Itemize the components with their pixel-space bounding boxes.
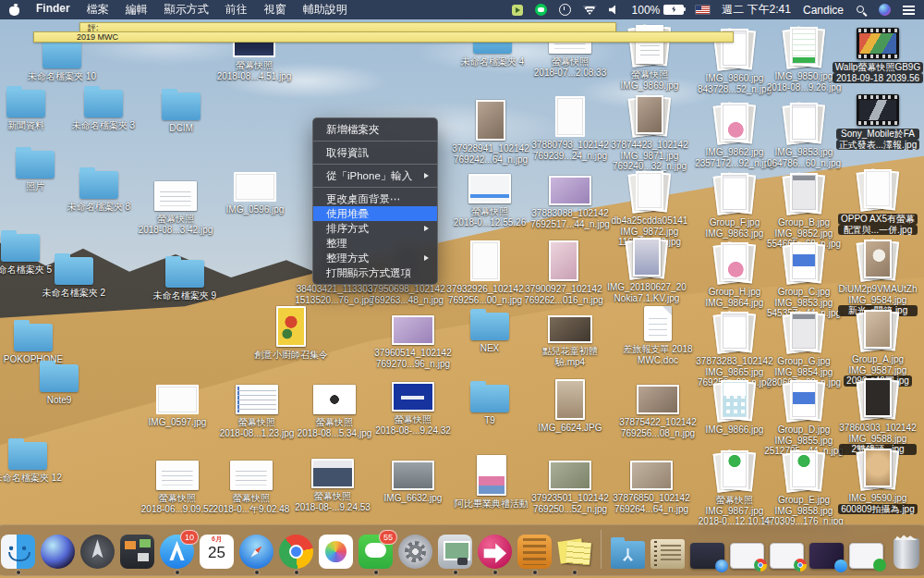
apple-menu-icon[interactable] [9, 4, 19, 16]
icon-label: 37880793_102142769239...24_n.jpg [531, 140, 608, 161]
dock-photos[interactable] [319, 535, 353, 569]
image-thumbnail [637, 385, 679, 414]
image-thumbnail [392, 382, 434, 412]
time-machine-icon[interactable] [559, 4, 571, 16]
icon-label-line: 37883088_102142 [530, 208, 610, 219]
notification-center-icon[interactable] [903, 6, 915, 15]
dock-safari[interactable] [239, 535, 274, 569]
desktop-icon-folder[interactable]: POKOPHONE [0, 324, 84, 365]
dock-utilities-folder[interactable] [611, 535, 645, 569]
stack-card [790, 103, 818, 141]
dock-system-preferences[interactable] [398, 535, 432, 569]
dock-launchpad[interactable] [80, 535, 115, 569]
context-menu-item[interactable]: 更改桌面背景⋯ [313, 191, 437, 206]
photo-stack-thumbnail [859, 448, 896, 490]
dock-minimized-window-safari[interactable] [690, 535, 724, 569]
context-menu-item-label: 打開顯示方式選項 [326, 266, 411, 279]
dock-minimized-window-chrome-2[interactable] [770, 535, 804, 569]
image-thumbnail [555, 96, 585, 137]
app-badge-icon [834, 560, 847, 572]
desktop-icon-file[interactable]: OPPO AX5有螢幕配置與...一併.jpg [827, 168, 924, 235]
stack-card [790, 173, 818, 212]
desktop-icon-folder[interactable]: Note9 [8, 364, 110, 406]
desktop-icon-file[interactable]: IMG_0596.jpg [204, 172, 306, 215]
icon-label-line: 驗.mp4 [542, 357, 598, 368]
image-thumbnail [156, 461, 199, 490]
volume-icon[interactable] [609, 5, 620, 15]
context-menu-item[interactable]: 打開顯示方式選項 [313, 265, 437, 280]
context-menu-item[interactable]: 取得資訊 [313, 145, 437, 160]
desktop-icon-file[interactable]: 創意小廚師召集令 [240, 306, 342, 361]
context-menu-separator [313, 141, 437, 141]
menu-6[interactable]: 輔助說明 [303, 2, 347, 18]
context-menu-item[interactable]: 使用堆疊 [313, 206, 437, 221]
desktop-icon-file[interactable]: IMG_6624.JPG [519, 379, 621, 434]
line-icon[interactable] [535, 4, 547, 16]
dock-chrome[interactable] [279, 535, 313, 569]
dock-image-capture[interactable] [438, 535, 472, 569]
desktop-icon-file[interactable]: Group_A.jpgIMG_9587.jpg2096...49圖.jpg [827, 309, 924, 387]
icon-label-line: 阿比畢業典禮活動 [455, 498, 529, 510]
dock-finder[interactable] [1, 535, 35, 569]
context-menu-item[interactable]: 從「iPhone」輸入 [313, 168, 437, 183]
running-indicator [454, 571, 457, 574]
dock-minimized-window-appstore[interactable] [809, 535, 844, 569]
battery-indicator[interactable]: 100% [632, 4, 685, 17]
desktop-icon-file[interactable]: Sony_Mobile於FA正式發表...澤報.jpg [827, 94, 924, 150]
context-menu-item[interactable]: 新增檔案夾 [313, 122, 437, 137]
dock-minimized-window-line[interactable] [849, 535, 883, 569]
menu-3[interactable]: 顯示方式 [164, 2, 209, 18]
desktop-icon-folder[interactable]: 未命名檔案夾 12 [0, 442, 79, 484]
finder-icon [1, 535, 35, 569]
desktop-icon-file[interactable]: 點兒花童初體驗.mp4 [519, 315, 621, 367]
desktop-icon-file[interactable]: 37860303_102142IMG_9588.jpg2雙鏡頭...jpg [827, 377, 924, 455]
dock-skitch[interactable] [478, 535, 512, 569]
context-menu-item[interactable]: 整理方式 [313, 251, 437, 265]
wifi-icon[interactable] [583, 5, 597, 15]
dock-line[interactable]: 55 [359, 535, 393, 569]
dock-minimized-window-chrome-1[interactable] [730, 535, 764, 569]
menu-2[interactable]: 編輯 [126, 2, 148, 18]
photo-stack-thumbnail [628, 237, 665, 279]
menu-4[interactable]: 前往 [225, 2, 248, 18]
desktop-icon-file[interactable]: DiUM2p9VMAUtZhIMG_9584.jpg新光...開箱.jpg [827, 239, 924, 316]
desktop-icon-folder[interactable]: 未命名檔案夾 10 [11, 41, 113, 82]
dock-stickies[interactable] [557, 535, 591, 569]
minimized-window-chrome-1-icon [730, 543, 764, 569]
siri-icon[interactable] [879, 4, 891, 16]
dock-scrapbook[interactable] [650, 535, 685, 569]
green-app-icon[interactable] [512, 5, 523, 16]
input-flag-icon[interactable] [696, 6, 710, 14]
desktop-icon-folder[interactable]: DCIM [130, 92, 232, 134]
desktop-icon-file[interactable]: IMG_9590.jpg600809拍攝為.jpg [827, 448, 924, 514]
desktop-icon-file[interactable]: Wallp螢幕快照GB9G2018-09-18 2039.56 [827, 28, 924, 83]
dock-siri[interactable] [41, 535, 75, 569]
menu-5[interactable]: 視窗 [264, 2, 286, 18]
image-capture-icon [438, 535, 472, 569]
dock-trash[interactable] [889, 535, 923, 569]
fast-user-switch[interactable]: Candice [803, 4, 844, 17]
spotlight-icon[interactable] [856, 5, 867, 16]
desktop-icon-folder[interactable]: 未命名檔案夾 2 [23, 257, 125, 299]
dock-unarchiver[interactable] [517, 535, 552, 569]
video-thumbnail [548, 315, 592, 343]
desktop-icon-folder[interactable]: 未命名檔案夾 9 [134, 260, 236, 301]
sticky-note-bar[interactable]: 2019 MWC [33, 31, 734, 43]
dock-app-store[interactable]: 10 [160, 535, 194, 569]
icon-label: 37900927_102142769262...016_n.jpg [524, 284, 603, 305]
desktop-icon-file[interactable]: IMG_20180627_20Nokia7.1.KV.jpg [596, 237, 698, 303]
icon-label: 未命名檔案夾 2 [43, 288, 105, 299]
dock-calendar[interactable]: 6月25 [200, 535, 234, 569]
menu-1[interactable]: 檔案 [87, 2, 109, 18]
notification-badge: 55 [379, 530, 397, 545]
stack-card [721, 312, 748, 350]
icon-label-line: 769250...52_n.jpg [531, 504, 608, 515]
image-thumbnail [549, 461, 591, 490]
image-thumbnail [311, 459, 354, 488]
image-thumbnail [276, 306, 306, 347]
menu-app[interactable]: Finder [36, 2, 70, 18]
context-menu-item[interactable]: 排序方式 [313, 221, 437, 236]
dock-mission-control[interactable] [120, 535, 154, 569]
context-menu-item[interactable]: 整理 [313, 236, 437, 251]
menu-bar-clock[interactable]: 週二 下午2:41 [722, 2, 791, 18]
